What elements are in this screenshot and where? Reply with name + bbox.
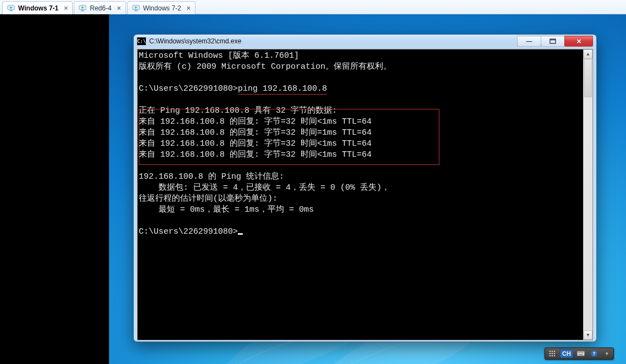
cmd-title: C:\Windows\system32\cmd.exe bbox=[149, 37, 518, 45]
minimize-button[interactable]: — bbox=[517, 36, 541, 47]
guest-display: C:\ C:\Windows\system32\cmd.exe — ✕ Micr… bbox=[0, 14, 626, 364]
terminal-line: Microsoft Windows [版本 6.1.7601] bbox=[139, 51, 299, 60]
svg-rect-23 bbox=[581, 352, 582, 353]
vm-tab-label: Red6-4 bbox=[90, 4, 111, 12]
maximize-icon bbox=[549, 38, 556, 44]
svg-rect-22 bbox=[579, 352, 580, 353]
terminal-line: 版权所有 (c) 2009 Microsoft Corporation。保留所有… bbox=[139, 62, 391, 71]
cursor-icon bbox=[238, 233, 243, 235]
langbar-options-button[interactable]: ▾ bbox=[602, 349, 612, 358]
language-indicator[interactable]: CH bbox=[560, 349, 573, 358]
close-icon[interactable]: × bbox=[117, 4, 121, 12]
svg-rect-1 bbox=[9, 10, 12, 11]
svg-point-16 bbox=[554, 353, 556, 355]
cmd-window[interactable]: C:\ C:\Windows\system32\cmd.exe — ✕ Micr… bbox=[133, 34, 597, 342]
terminal-line: 往返行程的估计时间(以毫秒为单位): bbox=[139, 194, 277, 203]
svg-point-19 bbox=[554, 355, 556, 357]
terminal-line: 数据包: 已发送 = 4，已接收 = 4，丢失 = 0 (0% 丢失)， bbox=[139, 183, 390, 192]
terminal-line: 正在 Ping 192.168.100.8 具有 32 字节的数据: bbox=[139, 106, 337, 115]
ime-grid-icon[interactable] bbox=[547, 349, 558, 358]
terminal-line: 192.168.100.8 的 Ping 统计信息: bbox=[139, 172, 284, 181]
terminal-line: 来自 192.168.100.8 的回复: 字节=32 时间<1ms TTL=6… bbox=[139, 150, 372, 159]
vertical-scrollbar[interactable]: ▲ ▼ bbox=[583, 49, 592, 340]
close-button[interactable]: ✕ bbox=[564, 36, 593, 47]
scroll-down-button[interactable]: ▼ bbox=[584, 330, 592, 340]
svg-point-15 bbox=[552, 353, 553, 355]
guest-black-border bbox=[0, 14, 109, 364]
close-icon[interactable]: × bbox=[187, 4, 190, 12]
vm-tab-windows7-1[interactable]: Windows 7-1 × bbox=[2, 1, 73, 14]
svg-rect-7 bbox=[134, 10, 137, 11]
terminal-line: 来自 192.168.100.8 的回复: 字节=32 时间<1ms TTL=6… bbox=[139, 139, 372, 148]
svg-text:?: ? bbox=[592, 351, 596, 356]
svg-point-11 bbox=[549, 351, 551, 352]
cmd-terminal[interactable]: Microsoft Windows [版本 6.1.7601] 版权所有 (c)… bbox=[137, 49, 593, 340]
svg-rect-4 bbox=[81, 10, 84, 11]
monitor-play-icon bbox=[132, 4, 140, 12]
help-icon[interactable]: ? bbox=[589, 349, 600, 358]
scroll-track[interactable] bbox=[584, 97, 592, 330]
svg-point-13 bbox=[554, 351, 556, 352]
scroll-up-button[interactable]: ▲ bbox=[584, 49, 592, 59]
monitor-play-icon bbox=[7, 4, 15, 12]
scroll-thumb[interactable] bbox=[584, 59, 592, 97]
svg-point-17 bbox=[549, 355, 551, 357]
svg-point-12 bbox=[552, 351, 553, 352]
vm-tab-label: Windows 7-1 bbox=[18, 4, 58, 12]
terminal-line: 来自 192.168.100.8 的回复: 字节=32 时间=1ms TTL=6… bbox=[139, 128, 372, 137]
svg-rect-25 bbox=[579, 354, 583, 355]
svg-rect-20 bbox=[577, 351, 584, 356]
svg-point-18 bbox=[552, 355, 553, 357]
vm-tab-bar: Windows 7-1 × Red6-4 × Windows 7-2 × bbox=[0, 0, 626, 14]
language-bar[interactable]: CH ? ▾ bbox=[545, 348, 614, 360]
terminal-prompt: C:\Users\2262991080> bbox=[139, 227, 243, 236]
vm-tab-red6-4[interactable]: Red6-4 × bbox=[74, 1, 126, 14]
terminal-line: 来自 192.168.100.8 的回复: 字节=32 时间<1ms TTL=6… bbox=[139, 117, 372, 126]
cmd-icon: C:\ bbox=[137, 37, 146, 45]
cmd-titlebar[interactable]: C:\ C:\Windows\system32\cmd.exe — ✕ bbox=[135, 36, 595, 47]
keyboard-icon[interactable] bbox=[575, 349, 586, 358]
terminal-prompt: C:\Users\2262991080>ping 192.168.100.8 bbox=[139, 84, 327, 95]
monitor-play-icon bbox=[79, 4, 86, 12]
svg-point-14 bbox=[549, 353, 551, 355]
close-icon[interactable]: × bbox=[64, 4, 68, 12]
maximize-button[interactable] bbox=[541, 36, 565, 47]
windows-desktop[interactable]: C:\ C:\Windows\system32\cmd.exe — ✕ Micr… bbox=[109, 14, 626, 364]
svg-rect-24 bbox=[583, 352, 584, 353]
typed-command: ping 192.168.100.8 bbox=[238, 84, 327, 95]
terminal-line: 最短 = 0ms，最长 = 1ms，平均 = 0ms bbox=[139, 205, 314, 214]
svg-rect-21 bbox=[578, 352, 579, 353]
vm-tab-label: Windows 7-2 bbox=[143, 4, 181, 12]
vm-tab-windows7-2[interactable]: Windows 7-2 × bbox=[127, 1, 195, 14]
